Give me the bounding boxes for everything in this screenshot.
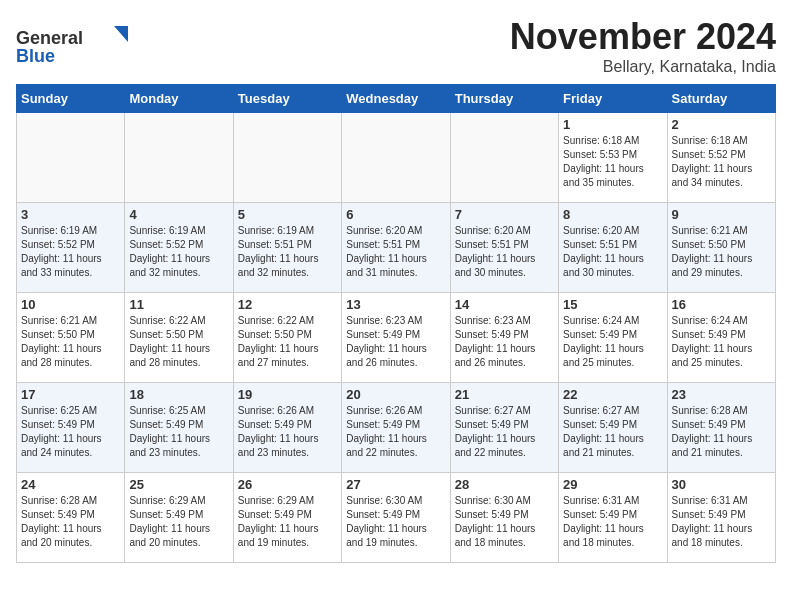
calendar-cell: 18Sunrise: 6:25 AM Sunset: 5:49 PM Dayli… [125, 383, 233, 473]
day-info: Sunrise: 6:19 AM Sunset: 5:51 PM Dayligh… [238, 224, 337, 280]
calendar-cell: 4Sunrise: 6:19 AM Sunset: 5:52 PM Daylig… [125, 203, 233, 293]
calendar-cell: 2Sunrise: 6:18 AM Sunset: 5:52 PM Daylig… [667, 113, 775, 203]
day-number: 2 [672, 117, 771, 132]
day-number: 9 [672, 207, 771, 222]
day-number: 20 [346, 387, 445, 402]
calendar-cell: 11Sunrise: 6:22 AM Sunset: 5:50 PM Dayli… [125, 293, 233, 383]
month-title: November 2024 [510, 16, 776, 58]
day-number: 4 [129, 207, 228, 222]
calendar-cell: 3Sunrise: 6:19 AM Sunset: 5:52 PM Daylig… [17, 203, 125, 293]
logo-general: General Blue [16, 16, 136, 70]
weekday-header: Monday [125, 85, 233, 113]
svg-marker-1 [114, 26, 128, 42]
weekday-header: Friday [559, 85, 667, 113]
weekday-header: Wednesday [342, 85, 450, 113]
day-info: Sunrise: 6:20 AM Sunset: 5:51 PM Dayligh… [455, 224, 554, 280]
calendar-cell: 8Sunrise: 6:20 AM Sunset: 5:51 PM Daylig… [559, 203, 667, 293]
day-number: 6 [346, 207, 445, 222]
calendar-week-row: 3Sunrise: 6:19 AM Sunset: 5:52 PM Daylig… [17, 203, 776, 293]
calendar-week-row: 24Sunrise: 6:28 AM Sunset: 5:49 PM Dayli… [17, 473, 776, 563]
calendar-cell: 28Sunrise: 6:30 AM Sunset: 5:49 PM Dayli… [450, 473, 558, 563]
day-info: Sunrise: 6:21 AM Sunset: 5:50 PM Dayligh… [672, 224, 771, 280]
weekday-header: Thursday [450, 85, 558, 113]
day-number: 25 [129, 477, 228, 492]
calendar-cell: 6Sunrise: 6:20 AM Sunset: 5:51 PM Daylig… [342, 203, 450, 293]
calendar-cell: 14Sunrise: 6:23 AM Sunset: 5:49 PM Dayli… [450, 293, 558, 383]
day-number: 8 [563, 207, 662, 222]
page-header: General Blue November 2024 Bellary, Karn… [16, 16, 776, 76]
calendar-week-row: 17Sunrise: 6:25 AM Sunset: 5:49 PM Dayli… [17, 383, 776, 473]
calendar-cell: 13Sunrise: 6:23 AM Sunset: 5:49 PM Dayli… [342, 293, 450, 383]
svg-text:Blue: Blue [16, 46, 55, 66]
day-number: 22 [563, 387, 662, 402]
day-number: 29 [563, 477, 662, 492]
day-number: 27 [346, 477, 445, 492]
day-info: Sunrise: 6:20 AM Sunset: 5:51 PM Dayligh… [563, 224, 662, 280]
day-number: 5 [238, 207, 337, 222]
day-info: Sunrise: 6:26 AM Sunset: 5:49 PM Dayligh… [346, 404, 445, 460]
day-number: 26 [238, 477, 337, 492]
calendar-cell [450, 113, 558, 203]
day-info: Sunrise: 6:22 AM Sunset: 5:50 PM Dayligh… [238, 314, 337, 370]
location-title: Bellary, Karnataka, India [510, 58, 776, 76]
calendar-cell [17, 113, 125, 203]
day-number: 1 [563, 117, 662, 132]
day-info: Sunrise: 6:30 AM Sunset: 5:49 PM Dayligh… [346, 494, 445, 550]
calendar-cell: 25Sunrise: 6:29 AM Sunset: 5:49 PM Dayli… [125, 473, 233, 563]
calendar-cell: 29Sunrise: 6:31 AM Sunset: 5:49 PM Dayli… [559, 473, 667, 563]
calendar-cell: 24Sunrise: 6:28 AM Sunset: 5:49 PM Dayli… [17, 473, 125, 563]
day-info: Sunrise: 6:29 AM Sunset: 5:49 PM Dayligh… [238, 494, 337, 550]
day-number: 13 [346, 297, 445, 312]
day-info: Sunrise: 6:30 AM Sunset: 5:49 PM Dayligh… [455, 494, 554, 550]
weekday-header: Sunday [17, 85, 125, 113]
calendar-cell: 15Sunrise: 6:24 AM Sunset: 5:49 PM Dayli… [559, 293, 667, 383]
day-number: 16 [672, 297, 771, 312]
day-number: 23 [672, 387, 771, 402]
day-number: 15 [563, 297, 662, 312]
calendar-cell: 21Sunrise: 6:27 AM Sunset: 5:49 PM Dayli… [450, 383, 558, 473]
day-info: Sunrise: 6:22 AM Sunset: 5:50 PM Dayligh… [129, 314, 228, 370]
day-info: Sunrise: 6:25 AM Sunset: 5:49 PM Dayligh… [21, 404, 120, 460]
day-info: Sunrise: 6:20 AM Sunset: 5:51 PM Dayligh… [346, 224, 445, 280]
calendar-week-row: 10Sunrise: 6:21 AM Sunset: 5:50 PM Dayli… [17, 293, 776, 383]
calendar-cell: 27Sunrise: 6:30 AM Sunset: 5:49 PM Dayli… [342, 473, 450, 563]
calendar-cell [233, 113, 341, 203]
day-info: Sunrise: 6:31 AM Sunset: 5:49 PM Dayligh… [672, 494, 771, 550]
day-number: 24 [21, 477, 120, 492]
day-number: 18 [129, 387, 228, 402]
calendar-cell: 30Sunrise: 6:31 AM Sunset: 5:49 PM Dayli… [667, 473, 775, 563]
calendar-cell: 1Sunrise: 6:18 AM Sunset: 5:53 PM Daylig… [559, 113, 667, 203]
calendar-week-row: 1Sunrise: 6:18 AM Sunset: 5:53 PM Daylig… [17, 113, 776, 203]
title-area: November 2024 Bellary, Karnataka, India [510, 16, 776, 76]
calendar-cell [125, 113, 233, 203]
day-info: Sunrise: 6:29 AM Sunset: 5:49 PM Dayligh… [129, 494, 228, 550]
day-info: Sunrise: 6:27 AM Sunset: 5:49 PM Dayligh… [563, 404, 662, 460]
day-info: Sunrise: 6:19 AM Sunset: 5:52 PM Dayligh… [21, 224, 120, 280]
calendar-table: SundayMondayTuesdayWednesdayThursdayFrid… [16, 84, 776, 563]
weekday-header: Saturday [667, 85, 775, 113]
day-number: 10 [21, 297, 120, 312]
calendar-cell: 17Sunrise: 6:25 AM Sunset: 5:49 PM Dayli… [17, 383, 125, 473]
calendar-cell: 7Sunrise: 6:20 AM Sunset: 5:51 PM Daylig… [450, 203, 558, 293]
day-number: 14 [455, 297, 554, 312]
day-number: 11 [129, 297, 228, 312]
day-info: Sunrise: 6:28 AM Sunset: 5:49 PM Dayligh… [672, 404, 771, 460]
weekday-header-row: SundayMondayTuesdayWednesdayThursdayFrid… [17, 85, 776, 113]
day-number: 3 [21, 207, 120, 222]
day-info: Sunrise: 6:18 AM Sunset: 5:53 PM Dayligh… [563, 134, 662, 190]
calendar-cell: 9Sunrise: 6:21 AM Sunset: 5:50 PM Daylig… [667, 203, 775, 293]
day-number: 7 [455, 207, 554, 222]
day-info: Sunrise: 6:18 AM Sunset: 5:52 PM Dayligh… [672, 134, 771, 190]
day-info: Sunrise: 6:24 AM Sunset: 5:49 PM Dayligh… [672, 314, 771, 370]
day-info: Sunrise: 6:23 AM Sunset: 5:49 PM Dayligh… [346, 314, 445, 370]
calendar-cell: 16Sunrise: 6:24 AM Sunset: 5:49 PM Dayli… [667, 293, 775, 383]
calendar-cell: 5Sunrise: 6:19 AM Sunset: 5:51 PM Daylig… [233, 203, 341, 293]
day-info: Sunrise: 6:25 AM Sunset: 5:49 PM Dayligh… [129, 404, 228, 460]
calendar-cell: 12Sunrise: 6:22 AM Sunset: 5:50 PM Dayli… [233, 293, 341, 383]
day-info: Sunrise: 6:27 AM Sunset: 5:49 PM Dayligh… [455, 404, 554, 460]
calendar-cell [342, 113, 450, 203]
calendar-cell: 10Sunrise: 6:21 AM Sunset: 5:50 PM Dayli… [17, 293, 125, 383]
calendar-cell: 26Sunrise: 6:29 AM Sunset: 5:49 PM Dayli… [233, 473, 341, 563]
day-info: Sunrise: 6:31 AM Sunset: 5:49 PM Dayligh… [563, 494, 662, 550]
calendar-cell: 20Sunrise: 6:26 AM Sunset: 5:49 PM Dayli… [342, 383, 450, 473]
